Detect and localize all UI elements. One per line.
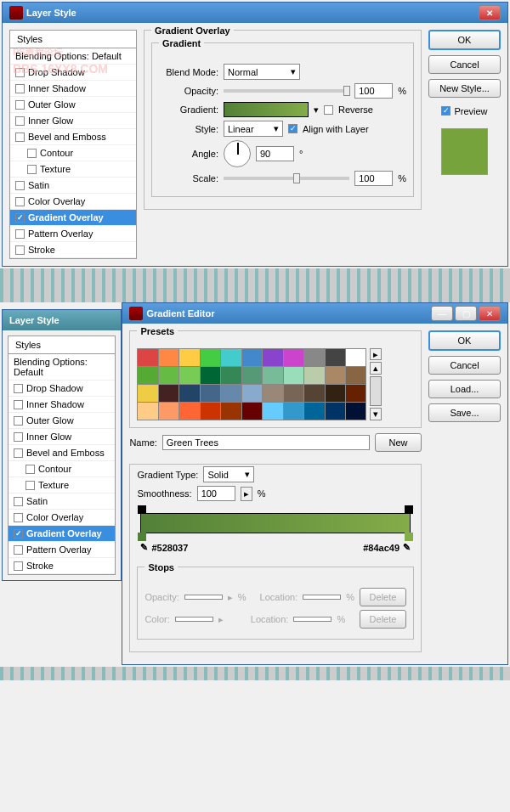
preset-swatch[interactable]	[304, 349, 324, 366]
preset-swatch[interactable]	[284, 367, 303, 384]
preset-swatch[interactable]	[284, 349, 303, 366]
preset-swatch[interactable]	[242, 349, 262, 366]
style-stroke[interactable]: Stroke	[10, 242, 136, 258]
preset-swatch[interactable]	[159, 385, 178, 402]
preset-swatch[interactable]	[263, 349, 282, 366]
preset-swatch[interactable]	[284, 403, 303, 420]
style-inner-glow[interactable]: Inner Glow	[8, 429, 115, 445]
close-icon[interactable]: ✕	[479, 306, 501, 321]
style-gradient-overlay[interactable]: Gradient Overlay	[10, 210, 136, 226]
preset-swatch[interactable]	[263, 403, 282, 420]
gradient-picker[interactable]	[224, 102, 309, 117]
preset-swatch[interactable]	[326, 403, 345, 420]
scale-input[interactable]: 100	[354, 171, 393, 186]
preset-swatch[interactable]	[159, 403, 178, 420]
opacity-stop-right[interactable]	[405, 505, 413, 514]
style-pattern-overlay[interactable]: Pattern Overlay	[8, 542, 115, 558]
style-inner-glow[interactable]: Inner Glow	[10, 113, 136, 129]
minimize-icon[interactable]: —	[431, 306, 453, 321]
preset-swatch[interactable]	[201, 403, 220, 420]
preset-swatch[interactable]	[201, 385, 220, 402]
preview-checkbox[interactable]	[441, 106, 450, 116]
style-drop-shadow[interactable]: Drop Shadow	[8, 381, 115, 397]
preset-swatch[interactable]	[304, 403, 324, 420]
opacity-stop-left[interactable]	[138, 505, 146, 514]
preset-swatch[interactable]	[346, 349, 366, 366]
scale-slider[interactable]	[224, 177, 349, 180]
preset-swatch[interactable]	[242, 367, 262, 384]
style-outer-glow[interactable]: Outer Glow	[8, 413, 115, 429]
preset-swatch[interactable]	[138, 403, 157, 420]
style-bevel-emboss[interactable]: Bevel and Emboss	[8, 445, 115, 461]
scroll-down-icon[interactable]: ▾	[370, 408, 382, 420]
flyout-icon[interactable]: ▸	[370, 348, 382, 360]
align-checkbox[interactable]	[288, 124, 298, 133]
preset-swatch[interactable]	[179, 349, 199, 366]
preset-swatch[interactable]	[221, 403, 241, 420]
preset-swatch[interactable]	[159, 349, 178, 366]
load-button[interactable]: Load...	[428, 380, 501, 398]
gradient-bar[interactable]	[140, 513, 411, 533]
cancel-button[interactable]: Cancel	[428, 356, 501, 375]
style-contour[interactable]: Contour	[10, 145, 136, 161]
color-stop-left[interactable]	[138, 533, 146, 541]
ok-button[interactable]: OK	[428, 30, 501, 50]
ok-button[interactable]: OK	[428, 330, 501, 351]
preset-swatch[interactable]	[242, 403, 262, 420]
preset-swatch[interactable]	[179, 367, 199, 384]
dropdown-icon[interactable]: ▸	[241, 487, 252, 501]
cancel-button[interactable]: Cancel	[428, 55, 501, 74]
maximize-icon[interactable]: ▢	[455, 306, 477, 321]
save-button[interactable]: Save...	[428, 403, 501, 422]
new-button[interactable]: New	[375, 433, 422, 452]
preset-swatch[interactable]	[201, 349, 220, 366]
style-satin[interactable]: Satin	[8, 493, 115, 510]
style-color-overlay[interactable]: Color Overlay	[8, 510, 115, 526]
preset-swatch[interactable]	[263, 367, 282, 384]
close-icon[interactable]: ✕	[479, 5, 501, 20]
style-inner-shadow[interactable]: Inner Shadow	[8, 397, 115, 413]
name-input[interactable]	[162, 435, 370, 450]
style-satin[interactable]: Satin	[10, 178, 136, 194]
preset-swatch[interactable]	[242, 385, 262, 402]
preset-swatch[interactable]	[263, 385, 282, 402]
preset-swatch[interactable]	[304, 367, 324, 384]
angle-input[interactable]: 90	[256, 146, 294, 161]
preset-swatch[interactable]	[138, 367, 157, 384]
blending-options-row[interactable]: Blending Options: Default	[10, 48, 136, 65]
style-texture[interactable]: Texture	[8, 477, 115, 493]
angle-dial[interactable]	[224, 140, 251, 167]
style-stroke[interactable]: Stroke	[8, 558, 115, 574]
preset-swatch[interactable]	[201, 367, 220, 384]
reverse-checkbox[interactable]	[324, 105, 333, 115]
preset-swatch[interactable]	[221, 367, 241, 384]
chevron-down-icon[interactable]: ▾	[314, 104, 319, 116]
style-contour[interactable]: Contour	[8, 461, 115, 477]
preset-swatch[interactable]	[138, 349, 157, 366]
preset-swatch[interactable]	[346, 385, 366, 402]
style-pattern-overlay[interactable]: Pattern Overlay	[10, 226, 136, 242]
preset-grid[interactable]	[137, 348, 366, 420]
preset-swatch[interactable]	[179, 385, 199, 402]
opacity-slider[interactable]	[224, 89, 349, 93]
preset-swatch[interactable]	[346, 367, 366, 384]
preset-swatch[interactable]	[138, 385, 157, 402]
blend-mode-select[interactable]: Normal▾	[224, 64, 300, 80]
smoothness-input[interactable]: 100	[197, 486, 235, 501]
style-drop-shadow[interactable]: Drop Shadow	[10, 65, 136, 81]
color-stop-right[interactable]	[405, 533, 413, 541]
preset-swatch[interactable]	[159, 367, 178, 384]
blending-options-row[interactable]: Blending Options: Default	[8, 354, 115, 381]
preset-swatch[interactable]	[326, 349, 345, 366]
style-select[interactable]: Linear▾	[224, 121, 283, 137]
gradtype-select[interactable]: Solid▾	[203, 466, 254, 482]
scrollbar[interactable]	[370, 376, 382, 406]
opacity-input[interactable]: 100	[354, 83, 393, 99]
new-style-button[interactable]: New Style...	[428, 79, 501, 98]
style-texture[interactable]: Texture	[10, 161, 136, 178]
style-outer-glow[interactable]: Outer Glow	[10, 97, 136, 113]
preset-swatch[interactable]	[221, 349, 241, 366]
preset-swatch[interactable]	[179, 403, 199, 420]
preset-swatch[interactable]	[346, 403, 366, 420]
preset-swatch[interactable]	[326, 367, 345, 384]
